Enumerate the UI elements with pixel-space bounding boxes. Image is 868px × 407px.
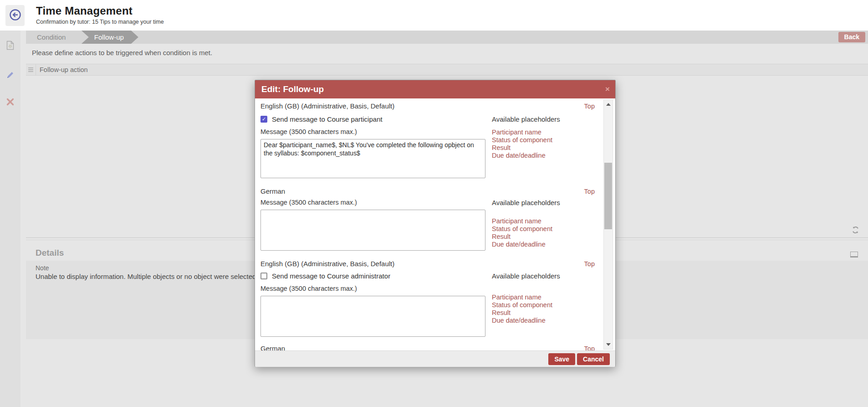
close-icon[interactable]: × [605, 80, 610, 98]
details-heading: Details [36, 248, 64, 258]
object-settings-icon[interactable] [6, 41, 14, 52]
placeholder-link[interactable]: Status of component [492, 225, 595, 233]
language-section: English (GB) (Administrative, Basis, Def… [260, 102, 595, 178]
page-subtitle: Confirmation by tutor: 15 Tips to manage… [36, 19, 164, 25]
page-title: Time Management [36, 5, 164, 17]
back-button[interactable]: Back [838, 32, 865, 42]
top-link[interactable]: Top [584, 103, 595, 110]
checkbox-label: Send message to Course participant [272, 115, 383, 123]
checkbox-send-participant[interactable]: ✓ [260, 116, 267, 123]
placeholders-heading: Available placeholders [492, 272, 595, 280]
placeholder-link[interactable]: Participant name [492, 294, 595, 301]
message-label: Message (3500 characters max.) [260, 285, 487, 292]
checkbox-label: Send message to Course administrator [272, 272, 390, 280]
modal-title: Edit: Follow-up [261, 84, 324, 94]
modal-scroll-area: English (GB) (Administrative, Basis, Def… [255, 98, 615, 350]
language-label: German [260, 345, 285, 350]
language-label: German [260, 187, 285, 195]
wizard-steps-bar: Condition Follow-up Back [26, 31, 868, 44]
placeholder-link[interactable]: Result [492, 144, 595, 152]
checkbox-send-administrator[interactable] [260, 273, 267, 279]
edit-follow-up-modal: Edit: Follow-up × English (GB) (Administ… [255, 80, 616, 367]
placeholders-heading: Available placeholders [492, 199, 595, 206]
arrow-left-circle-icon [9, 9, 21, 23]
placeholder-link[interactable]: Due date/deadline [492, 152, 595, 160]
top-link[interactable]: Top [584, 188, 595, 195]
language-section: German Top [260, 345, 595, 350]
placeholder-link[interactable]: Due date/deadline [492, 317, 595, 325]
refresh-icon[interactable] [851, 226, 860, 236]
cancel-button[interactable]: Cancel [577, 353, 610, 365]
step-follow-up[interactable]: Follow-up [82, 31, 138, 44]
modal-scrollbar[interactable] [603, 99, 613, 350]
scrollbar-thumb[interactable] [604, 163, 612, 229]
placeholder-link[interactable]: Result [492, 233, 595, 241]
language-section: English (GB) (Administrative, Basis, Def… [260, 260, 595, 337]
drag-handle-icon[interactable] [26, 64, 36, 75]
language-section: German Top Message (3500 characters max.… [260, 187, 595, 251]
placeholder-link[interactable]: Status of component [492, 301, 595, 309]
back-nav-button[interactable] [5, 5, 25, 26]
top-link[interactable]: Top [584, 345, 595, 350]
message-textarea[interactable] [260, 296, 485, 337]
placeholder-link[interactable]: Participant name [492, 217, 595, 225]
delete-x-icon[interactable] [5, 97, 15, 108]
save-button[interactable]: Save [548, 353, 575, 365]
language-label: English (GB) (Administrative, Basis, Def… [260, 102, 394, 110]
left-icon-rail [0, 31, 20, 407]
column-header: Follow-up action [36, 66, 88, 73]
placeholder-link[interactable]: Due date/deadline [492, 241, 595, 248]
panel-window-icon[interactable] [850, 252, 858, 258]
scroll-up-icon[interactable] [604, 100, 613, 109]
instruction-text: Please define actions to be triggered wh… [32, 49, 212, 57]
step-condition[interactable]: Condition [26, 31, 79, 44]
message-textarea[interactable] [260, 210, 485, 251]
message-label: Message (3500 characters max.) [260, 199, 487, 206]
edit-pencil-icon[interactable] [5, 70, 15, 82]
placeholder-link[interactable]: Result [492, 309, 595, 317]
language-label: English (GB) (Administrative, Basis, Def… [260, 260, 394, 268]
page-header: Time Management Confirmation by tutor: 1… [0, 0, 868, 31]
modal-header: Edit: Follow-up × [255, 80, 615, 98]
message-label: Message (3500 characters max.) [260, 128, 487, 135]
placeholders-heading: Available placeholders [492, 115, 595, 123]
placeholder-link[interactable]: Participant name [492, 129, 595, 136]
top-link[interactable]: Top [584, 260, 595, 268]
message-textarea[interactable]: Dear $participant_name$, $NL$ You've com… [260, 139, 485, 178]
modal-footer: Save Cancel [255, 350, 615, 367]
placeholder-link[interactable]: Status of component [492, 136, 595, 144]
scroll-down-icon[interactable] [604, 340, 613, 349]
table-header-row: Follow-up action [26, 64, 868, 76]
